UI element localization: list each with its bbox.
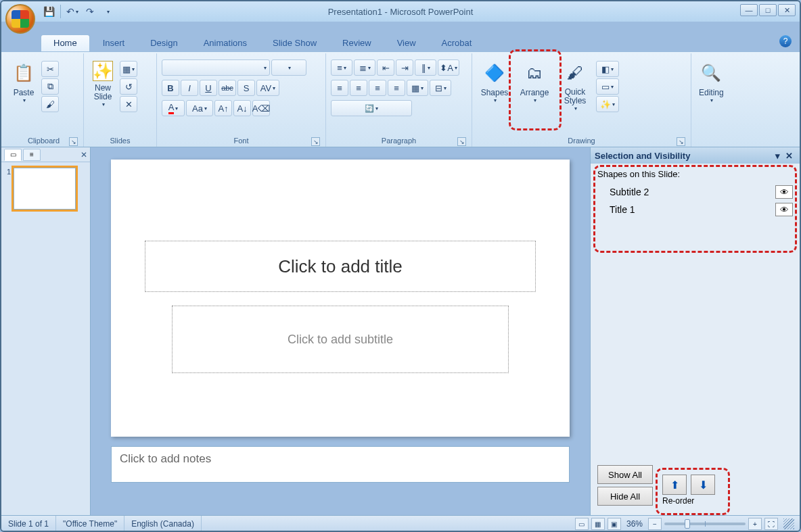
zoom-out-button[interactable]: − <box>648 518 662 530</box>
new-slide-label: New Slide <box>94 84 112 101</box>
sorter-view-button[interactable]: ▦ <box>591 518 605 530</box>
status-language[interactable]: English (Canada) <box>124 516 202 532</box>
clipboard-icon: 📋 <box>12 61 36 85</box>
line-spacing-button[interactable]: ‖▾ <box>415 59 436 76</box>
decrease-indent-button[interactable]: ⇤ <box>377 59 394 76</box>
copy-button[interactable]: ⧉ <box>41 78 59 95</box>
reorder-up-button[interactable]: ⬆ <box>662 475 687 495</box>
thumb-image <box>14 168 76 210</box>
shapes-label: Shapes <box>481 88 509 97</box>
status-theme[interactable]: "Office Theme" <box>56 516 124 532</box>
cut-button[interactable]: ✂ <box>41 61 59 77</box>
tab-acrobat[interactable]: Acrobat <box>429 34 485 51</box>
change-case-button[interactable]: Aa▾ <box>186 100 213 116</box>
tab-design[interactable]: Design <box>137 34 190 51</box>
quick-styles-button[interactable]: 🖌 Quick Styles▾ <box>556 56 594 132</box>
reorder-down-button[interactable]: ⬇ <box>691 475 715 495</box>
paragraph-launcher[interactable]: ↘ <box>457 137 466 146</box>
strike-button[interactable]: abc <box>219 80 236 96</box>
close-button[interactable]: ✕ <box>778 4 796 16</box>
italic-button[interactable]: I <box>181 80 198 96</box>
qat-customize-icon[interactable]: ▾ <box>99 3 116 20</box>
shape-effects-button[interactable]: ✨▾ <box>596 96 619 112</box>
shrink-font-button[interactable]: A↓ <box>233 100 251 116</box>
grow-font-button[interactable]: A↑ <box>214 100 232 116</box>
clipboard-launcher[interactable]: ↘ <box>69 137 78 146</box>
visibility-toggle[interactable]: 👁 <box>775 185 793 199</box>
zoom-slider[interactable] <box>664 523 746 525</box>
reset-button[interactable]: ↺ <box>120 78 137 95</box>
save-icon[interactable]: 💾 <box>41 3 57 20</box>
shape-outline-button[interactable]: ▭▾ <box>596 78 619 95</box>
help-button[interactable]: ? <box>779 35 792 47</box>
text-direction-button[interactable]: ⬍A▾ <box>438 59 459 76</box>
thumb-number: 1 <box>7 168 11 210</box>
ribbon-tabs: Home Insert Design Animations Slide Show… <box>1 32 800 51</box>
slideshow-view-button[interactable]: ▣ <box>608 518 621 530</box>
paste-button[interactable]: 📋 Paste ▾ <box>8 56 39 132</box>
show-all-button[interactable]: Show All <box>597 465 653 484</box>
zoom-in-button[interactable]: + <box>748 518 762 530</box>
shadow-button[interactable]: S <box>237 80 255 96</box>
resize-grip[interactable] <box>783 518 794 529</box>
drawing-label: Drawing <box>568 137 595 145</box>
tab-review[interactable]: Review <box>329 34 384 51</box>
underline-button[interactable]: U <box>200 80 217 96</box>
undo-icon[interactable]: ↶▾ <box>64 3 81 20</box>
title-placeholder[interactable]: Click to add title <box>145 241 536 292</box>
increase-indent-button[interactable]: ⇥ <box>396 59 413 76</box>
shapes-button[interactable]: 🔷 Shapes▾ <box>476 56 513 132</box>
drawing-launcher[interactable]: ↘ <box>677 137 685 146</box>
hide-all-button[interactable]: Hide All <box>597 487 653 506</box>
normal-view-button[interactable]: ▭ <box>575 518 589 530</box>
status-slide[interactable]: Slide 1 of 1 <box>1 516 56 532</box>
align-text-button[interactable]: ⊟▾ <box>430 80 451 96</box>
group-slides: ✨ New Slide ▾ ▦▾ ↺ ✕ Slides <box>84 53 157 147</box>
bold-button[interactable]: B <box>162 80 179 96</box>
slides-tab[interactable]: ▭ <box>4 149 22 161</box>
format-painter-button[interactable]: 🖌 <box>41 96 59 112</box>
notes-pane[interactable]: Click to add notes <box>111 446 570 483</box>
redo-icon[interactable]: ↷ <box>82 3 98 20</box>
slide-thumbnail[interactable]: 1 <box>7 168 85 210</box>
bullets-button[interactable]: ≡▾ <box>331 59 352 76</box>
tab-animations[interactable]: Animations <box>191 34 260 51</box>
slide[interactable]: Click to add title Click to add subtitle <box>111 160 570 437</box>
align-center-button[interactable]: ≡ <box>350 80 367 96</box>
font-launcher[interactable]: ↘ <box>311 137 320 146</box>
subtitle-placeholder[interactable]: Click to add subtitle <box>172 306 509 373</box>
arrange-button[interactable]: 🗂 Arrange▾ <box>514 56 555 132</box>
delete-slide-button[interactable]: ✕ <box>120 96 137 112</box>
font-color-button[interactable]: A▾ <box>162 100 185 116</box>
tab-home[interactable]: Home <box>41 34 90 51</box>
tab-view[interactable]: View <box>384 34 429 51</box>
font-family-combo[interactable]: ▾ <box>162 59 270 76</box>
smartart-button[interactable]: 🔄▾ <box>331 100 412 116</box>
editing-button[interactable]: 🔍 Editing▾ <box>695 56 727 132</box>
align-left-button[interactable]: ≡ <box>331 80 348 96</box>
align-right-button[interactable]: ≡ <box>369 80 386 96</box>
numbering-button[interactable]: ≣▾ <box>354 59 375 76</box>
fit-to-window-button[interactable]: ⛶ <box>764 518 778 530</box>
font-size-combo[interactable]: ▾ <box>271 59 306 76</box>
shape-list-item[interactable]: Subtitle 2 👁 <box>597 183 793 201</box>
zoom-percent[interactable]: 36% <box>626 519 643 529</box>
panel-close-button[interactable]: ✕ <box>81 150 87 160</box>
office-button[interactable] <box>5 4 35 34</box>
tab-insert[interactable]: Insert <box>90 34 138 51</box>
visibility-toggle[interactable]: 👁 <box>775 203 793 216</box>
shape-list-item[interactable]: Title 1 👁 <box>597 201 793 218</box>
shape-fill-button[interactable]: ◧▾ <box>596 61 619 77</box>
layout-button[interactable]: ▦▾ <box>120 61 137 77</box>
new-slide-button[interactable]: ✨ New Slide ▾ <box>88 56 118 132</box>
columns-button[interactable]: ▦▾ <box>407 80 428 96</box>
outline-tab[interactable]: ≡ <box>23 149 41 161</box>
maximize-button[interactable]: □ <box>759 4 777 16</box>
minimize-button[interactable]: — <box>740 4 758 16</box>
char-spacing-button[interactable]: AV▾ <box>256 80 279 96</box>
justify-button[interactable]: ≡ <box>388 80 405 96</box>
tab-slideshow[interactable]: Slide Show <box>260 34 329 51</box>
selection-pane-menu[interactable]: ▾ <box>773 151 783 161</box>
selection-pane-close[interactable]: ✕ <box>783 151 796 161</box>
clear-format-button[interactable]: A⌫ <box>252 100 270 116</box>
